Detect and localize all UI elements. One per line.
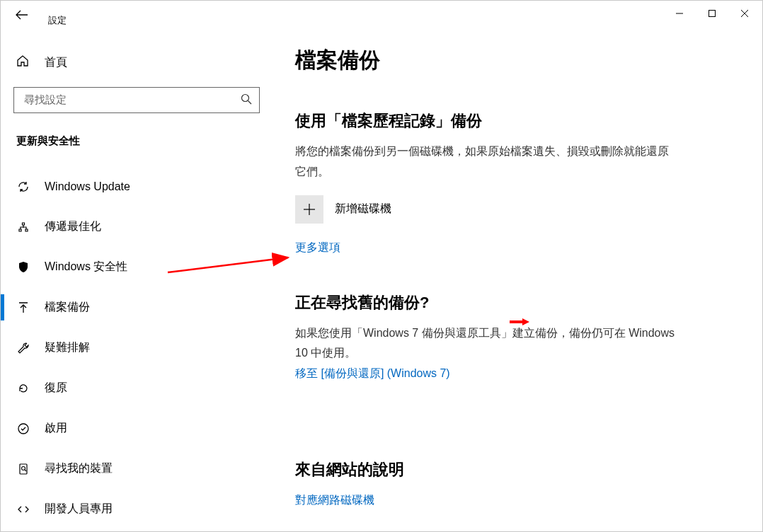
back-button[interactable] — [16, 10, 28, 23]
search-input[interactable]: 尋找設定 — [13, 87, 260, 113]
svg-point-6 — [18, 424, 28, 434]
section-description: 將您的檔案備份到另一個磁碟機，如果原始檔案遺失、損毀或刪除就能還原它們。 — [295, 141, 677, 183]
shield-icon — [16, 261, 30, 274]
sidebar-item-recovery[interactable]: 復原 — [1, 368, 272, 408]
sidebar-item-label: 復原 — [45, 381, 67, 395]
content-area: 檔案備份 使用「檔案歷程記錄」備份 將您的檔案備份到另一個磁碟機，如果原始檔案遺… — [272, 36, 762, 531]
section-heading: 使用「檔案歷程記錄」備份 — [295, 110, 734, 132]
section-old-backup: 正在尋找舊的備份? 如果您使用「Windows 7 備份與還原工具」建立備份，備… — [295, 292, 734, 427]
recovery-icon — [16, 382, 30, 395]
section-heading: 來自網站的說明 — [295, 459, 734, 480]
sidebar-item-developers[interactable]: 開發人員專用 — [1, 489, 272, 529]
home-button[interactable]: 首頁 — [1, 47, 272, 77]
sidebar: 首頁 尋找設定 更新與安全性 Windows Update — [1, 36, 272, 531]
close-button[interactable] — [728, 2, 761, 25]
section-file-history: 使用「檔案歷程記錄」備份 將您的檔案備份到另一個磁碟機，如果原始檔案遺失、損毀或… — [295, 110, 734, 284]
more-options-link[interactable]: 更多選項 — [295, 241, 340, 255]
section-description: 如果您使用「Windows 7 備份與還原工具」建立備份，備份仍可在 Windo… — [295, 323, 677, 364]
maximize-button[interactable] — [696, 2, 728, 25]
sidebar-item-label: 疑難排解 — [45, 340, 90, 355]
section-web-help: 來自網站的說明 對應網路磁碟機 — [295, 459, 734, 511]
sidebar-item-windows-security[interactable]: Windows 安全性 — [1, 247, 272, 287]
sync-icon — [16, 180, 30, 193]
svg-rect-7 — [20, 464, 27, 474]
sidebar-item-label: Windows 安全性 — [45, 260, 127, 274]
sidebar-item-find-my-device[interactable]: 尋找我的裝置 — [1, 449, 272, 489]
sidebar-item-delivery-optimization[interactable]: 傳遞最佳化 — [1, 207, 272, 247]
activation-icon — [16, 422, 30, 435]
plus-icon — [295, 195, 323, 224]
delivery-icon — [16, 221, 30, 233]
sidebar-item-activation[interactable]: 啟用 — [1, 408, 272, 449]
app-title: 設定 — [48, 14, 67, 27]
sidebar-section-header: 更新與安全性 — [1, 134, 272, 148]
search-icon — [241, 93, 252, 107]
settings-window: 設定 首頁 尋找設定 更新與安全性 W — [0, 0, 763, 532]
svg-line-9 — [25, 470, 26, 471]
svg-point-8 — [22, 466, 25, 470]
sidebar-item-label: Windows Update — [45, 180, 130, 193]
wrench-icon — [16, 342, 30, 354]
titlebar — [1, 1, 762, 26]
home-icon — [16, 54, 30, 70]
sidebar-item-troubleshoot[interactable]: 疑難排解 — [1, 328, 272, 368]
sidebar-item-label: 檔案備份 — [45, 300, 90, 315]
sidebar-item-label: 啟用 — [45, 421, 67, 436]
minimize-button[interactable] — [663, 2, 696, 25]
sidebar-item-label: 尋找我的裝置 — [45, 461, 113, 476]
svg-point-4 — [242, 95, 249, 102]
window-controls — [663, 2, 761, 25]
home-label: 首頁 — [45, 55, 67, 70]
map-network-drive-link[interactable]: 對應網路磁碟機 — [295, 490, 374, 511]
backup-restore-link[interactable]: 移至 [備份與還原] (Windows 7) — [295, 364, 450, 384]
body-area: 首頁 尋找設定 更新與安全性 Windows Update — [1, 36, 762, 531]
svg-rect-1 — [709, 11, 716, 17]
sidebar-item-backup[interactable]: 檔案備份 — [1, 287, 272, 328]
sidebar-item-windows-update[interactable]: Windows Update — [1, 166, 272, 207]
section-heading: 正在尋找舊的備份? — [295, 292, 734, 313]
svg-line-5 — [248, 101, 252, 105]
add-drive-button[interactable]: 新增磁碟機 — [295, 195, 734, 224]
find-device-icon — [16, 463, 30, 475]
add-drive-label: 新增磁碟機 — [335, 202, 391, 216]
sidebar-item-label: 開發人員專用 — [45, 502, 113, 516]
sidebar-item-label: 傳遞最佳化 — [45, 219, 101, 234]
search-placeholder: 尋找設定 — [24, 93, 67, 107]
backup-icon — [16, 301, 30, 314]
developers-icon — [16, 503, 30, 516]
page-title: 檔案備份 — [295, 46, 734, 75]
nav-list: Windows Update 傳遞最佳化 Windows 安全性 — [1, 166, 272, 529]
